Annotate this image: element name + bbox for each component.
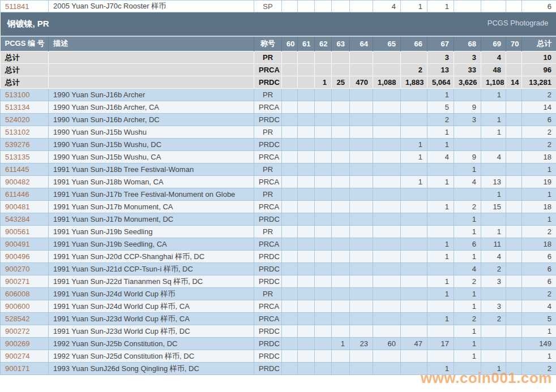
pcgs-number-link[interactable]: 900274 [5,352,29,360]
pcgs-number-link[interactable]: 513134 [5,103,29,111]
grade-65-cell [373,163,401,176]
pcgs-photograde-link[interactable]: PCGS Photograde [487,19,549,27]
grade-63-cell [332,163,350,176]
pcgs-number-link[interactable]: 513102 [5,128,29,136]
grade-66-cell [401,350,427,363]
grade-60-cell [282,350,298,363]
grade-68-cell: 3,626 [454,76,481,89]
header-grade-69: 69 [481,36,506,51]
pcgs-number-cell: 900271 [1,275,49,288]
grade-60-cell [282,139,298,151]
pcgs-number-link[interactable]: 900491 [5,240,29,248]
grade-64-cell [350,89,373,101]
row-total-cell: 18 [522,201,556,213]
grade-65-cell [373,114,401,126]
coin-description: 1991 Yuan Sun-J22d Tiananmen Sq 样币, DC [49,275,254,288]
grade-61-cell [298,251,315,263]
row-total-cell: 19 [522,176,556,188]
grade-68-cell [454,1,481,12]
designation-cell: PRDC [254,114,282,126]
grade-68-cell: 1 [454,300,481,313]
pcgs-number-link[interactable]: 900600 [5,302,29,311]
grade-63-cell [332,101,350,114]
grade-67-cell: 1 [427,1,454,12]
coin-description: 1990 Yuan Sun-J15b Wushu, CA [49,151,254,163]
row-total-cell: 4 [522,300,556,313]
pcgs-number-link[interactable]: 900269 [5,339,29,348]
grade-61-cell [298,350,315,363]
grade-68-cell: 3 [454,114,481,126]
pcgs-number-link[interactable]: 513100 [5,91,29,99]
grade-60-cell [282,163,298,176]
pcgs-number-link[interactable]: 900496 [5,252,29,261]
grade-65-cell [373,139,401,151]
grade-61-cell [298,139,315,151]
grade-64-cell [350,275,373,288]
pcgs-number-link[interactable]: 543284 [5,215,29,223]
grade-64-cell [350,300,373,313]
grade-70-cell [506,300,522,313]
designation-cell: PRCA [254,238,282,251]
pcgs-number-link[interactable]: 611446 [5,190,29,199]
pcgs-number-link[interactable]: 900481 [5,203,29,211]
grade-70-cell [506,288,522,300]
pcgs-number-link[interactable]: 900270 [5,265,29,273]
pcgs-number-link[interactable]: 900171 [5,364,29,373]
pcgs-number-cell: 900274 [1,350,49,363]
pcgs-number-link[interactable]: 900482 [5,178,29,186]
grade-62-cell [315,363,332,375]
grade-60-cell [282,188,298,201]
header-grade-64: 64 [350,36,373,51]
pcgs-number-link[interactable]: 524020 [5,115,29,124]
grade-62-cell [315,139,332,151]
pcgs-number-link[interactable]: 539276 [5,140,29,149]
designation-cell: PRDC [254,363,282,375]
pcgs-number-link[interactable]: 900561 [5,227,29,236]
grade-60-cell [282,226,298,238]
grade-67-cell [427,325,454,338]
pcgs-number-link[interactable]: 528542 [5,315,29,323]
grade-70-cell [506,163,522,176]
grade-65-cell [373,64,401,76]
grade-70-cell [506,313,522,325]
header-grade-65: 65 [373,36,401,51]
row-total-cell: 18 [522,151,556,163]
grade-60-cell [282,201,298,213]
designation-cell: PRDC [254,325,282,338]
grade-64-cell [350,226,373,238]
grade-61-cell [298,176,315,188]
designation-cell: PR [254,163,282,176]
grade-70-cell [506,363,522,375]
grade-63-cell [332,313,350,325]
pcgs-number-link[interactable]: 513135 [5,153,29,161]
grade-70-cell [506,201,522,213]
grade-62-cell [315,263,332,275]
grade-69-cell: 15 [481,201,506,213]
grade-64-cell [350,313,373,325]
coin-description: 1991 Yuan Sun-J24d World Cup 样币 [49,288,254,300]
grade-67-cell: 4 [427,151,454,163]
coin-description [49,51,254,64]
pcgs-number-link[interactable]: 611445 [5,165,29,174]
grade-69-cell: 1 [481,188,506,201]
designation-cell: PR [254,51,282,64]
grade-68-cell: 2 [454,313,481,325]
grade-61-cell [298,263,315,275]
coin-description: 1991 Yuan Sun-J21d CCP-Tsun-i 样币, DC [49,263,254,275]
grade-68-cell: 9 [454,151,481,163]
grade-68-cell: 1 [454,213,481,226]
header-grade-67: 67 [427,36,454,51]
grade-60-cell [282,126,298,139]
grade-64-cell [350,51,373,64]
designation-cell: SP [254,1,282,12]
pcgs-number-link[interactable]: 511841 [5,2,29,11]
grade-68-cell [454,363,481,375]
grade-60-cell [282,275,298,288]
pcgs-number-link[interactable]: 900272 [5,327,29,335]
header-grade-61: 61 [298,36,315,51]
pcgs-number-cell: 513102 [1,126,49,139]
pcgs-number-link[interactable]: 606008 [5,290,29,298]
pcgs-number-link[interactable]: 900271 [5,277,29,286]
pcgs-number-cell: 900561 [1,226,49,238]
grade-68-cell: 1 [454,338,481,350]
